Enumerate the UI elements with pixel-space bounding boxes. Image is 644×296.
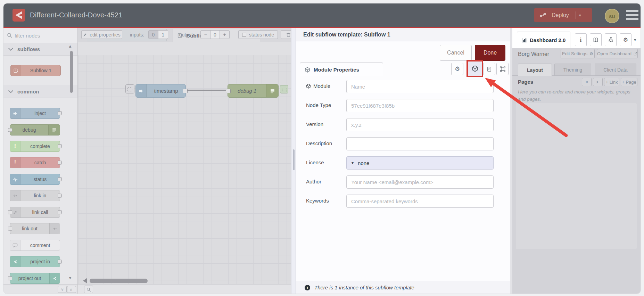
tab-label: Dashboard 2.0 (530, 37, 565, 43)
palette-node-comment[interactable]: comment (10, 240, 60, 251)
avatar-initials: su (609, 13, 615, 19)
palette-scrollbar[interactable] (70, 51, 73, 93)
chevron-down-icon: ▾ (352, 161, 354, 165)
value: 0 (214, 32, 216, 38)
gear-icon: ⚙ (623, 36, 628, 43)
sidebar-menu-caret-icon[interactable]: ▾ (634, 37, 636, 42)
label-text: Module (313, 83, 330, 89)
subflow-input-stub[interactable] (125, 84, 134, 93)
wire (185, 90, 229, 91)
open-dashboard-button[interactable]: Open Dashboard (597, 49, 638, 58)
palette-node-catch[interactable]: ! catch (10, 157, 60, 168)
sidebar-tab-layout[interactable]: Layout (518, 64, 552, 76)
chevron-down-icon (8, 46, 13, 51)
properties-tab-button[interactable]: ⚙ (451, 63, 463, 75)
canvas-node-timestamp[interactable]: timestamp (135, 84, 186, 98)
palette-scroll-up-icon[interactable]: ▲ (68, 44, 72, 49)
description-tab-button[interactable] (483, 63, 495, 75)
palette-node-complete[interactable]: ! complete (10, 141, 60, 152)
inputs-1-button[interactable]: 1 (158, 30, 168, 39)
output-port (58, 145, 62, 148)
label-text: Author (306, 179, 321, 184)
palette-filter-input[interactable] (14, 31, 74, 40)
debug-tab-button[interactable] (605, 33, 617, 46)
palette-node-debug[interactable]: debug (10, 124, 60, 135)
keywords-field[interactable] (346, 195, 494, 208)
palette-section-subflows[interactable]: subflows (3, 43, 77, 56)
subflow-output-stub[interactable] (280, 85, 288, 93)
canvas-scroll-left-icon[interactable] (83, 278, 87, 283)
node-type-field[interactable] (346, 99, 494, 112)
cancel-button[interactable]: Cancel (440, 45, 472, 61)
settings-tab-button[interactable]: ⚙ (620, 33, 631, 46)
author-field[interactable] (346, 175, 494, 189)
license-select[interactable]: ▾ none (346, 156, 494, 170)
outputs-minus-button[interactable]: − (200, 30, 210, 39)
palette-node-status[interactable]: status (10, 174, 60, 185)
button-label: − (204, 32, 207, 38)
catch-icon: ! (10, 157, 20, 168)
trash-icon (286, 32, 291, 37)
subflow-icon (11, 65, 21, 76)
tab-module-properties[interactable]: Module Properties (300, 63, 383, 76)
palette-node-project-in[interactable]: project in (10, 256, 60, 267)
version-field[interactable] (346, 118, 494, 131)
deploy-label: Deploy (552, 12, 569, 18)
add-page-button[interactable]: + Page (621, 78, 637, 86)
pages-description: Here you can re-order and move your widg… (518, 89, 635, 103)
palette-node-link-out[interactable]: link out (10, 223, 60, 234)
module-properties-tab-button[interactable] (468, 61, 482, 76)
inputs-0-button[interactable]: 0 (148, 30, 158, 39)
status-node-toggle[interactable]: status node (238, 30, 278, 39)
tab-label: Layout (527, 67, 543, 73)
info-icon: i (580, 37, 581, 43)
deploy-button[interactable]: Deploy ▾ (534, 8, 592, 22)
canvas-node-debug-1[interactable]: debug 1 (228, 84, 279, 98)
deploy-caret-icon[interactable]: ▾ (575, 11, 585, 19)
button-label: status node (249, 32, 274, 38)
main-menu-icon[interactable] (626, 10, 638, 20)
canvas-horizontal-scrollbar[interactable] (90, 279, 148, 283)
sidebar-divider[interactable] (510, 28, 512, 294)
palette-footer: « « (3, 284, 78, 294)
module-name-field[interactable] (346, 80, 494, 93)
outputs-plus-button[interactable]: + (220, 30, 230, 39)
tab-dashboard-2[interactable]: Dashboard 2.0 (517, 32, 570, 48)
palette-expand-all-button[interactable]: « (67, 286, 76, 293)
user-avatar[interactable]: su (605, 9, 619, 23)
edit-properties-button[interactable]: edit properties (81, 30, 122, 39)
appearance-tab-button[interactable] (496, 63, 509, 75)
move-down-button[interactable]: « (593, 78, 603, 86)
tray-grip[interactable] (293, 149, 295, 170)
debug-icon (48, 125, 60, 135)
description-field[interactable] (346, 137, 494, 150)
palette-node-subflow-1[interactable]: Subflow 1 (10, 65, 61, 76)
button-label: Cancel (447, 50, 464, 56)
input-port[interactable] (226, 89, 231, 93)
help-tab-button[interactable] (590, 33, 602, 46)
canvas-zoom-button[interactable] (84, 286, 93, 293)
edit-subflow-dialog: Edit subflow template: Subflow 1 Cancel … (296, 28, 510, 294)
palette-section-common[interactable]: common (3, 85, 77, 98)
sidebar-tab-theming[interactable]: Theming (554, 64, 591, 76)
palette-node-link-in[interactable]: link in (10, 190, 60, 201)
workspace-title: Different-Collared-Dove-4521 (30, 11, 122, 19)
tray-resize-handle[interactable] (291, 28, 296, 294)
done-button[interactable]: Done (475, 45, 505, 61)
module-properties-highlight-box (467, 60, 483, 77)
palette-collapse-all-button[interactable]: « (58, 286, 67, 293)
output-port[interactable] (183, 89, 188, 93)
add-link-button[interactable]: + Link (604, 78, 619, 86)
edit-settings-button[interactable]: Edit Settings ⚙ (561, 49, 595, 58)
button-label: 1 (162, 32, 165, 38)
form-row-description: Description (296, 137, 510, 150)
palette-node-link-call[interactable]: link call (10, 207, 60, 218)
palette-scroll-down-icon[interactable]: ▼ (68, 276, 72, 280)
palette-node-project-out[interactable]: project out (10, 273, 60, 284)
sidebar-tab-client-data[interactable]: Client Data (595, 64, 636, 76)
project-in-icon (10, 256, 20, 267)
output-port (58, 211, 62, 214)
info-tab-button[interactable]: i (575, 33, 587, 46)
palette-node-inject[interactable]: inject (10, 108, 60, 119)
move-up-button[interactable]: « (582, 78, 592, 86)
